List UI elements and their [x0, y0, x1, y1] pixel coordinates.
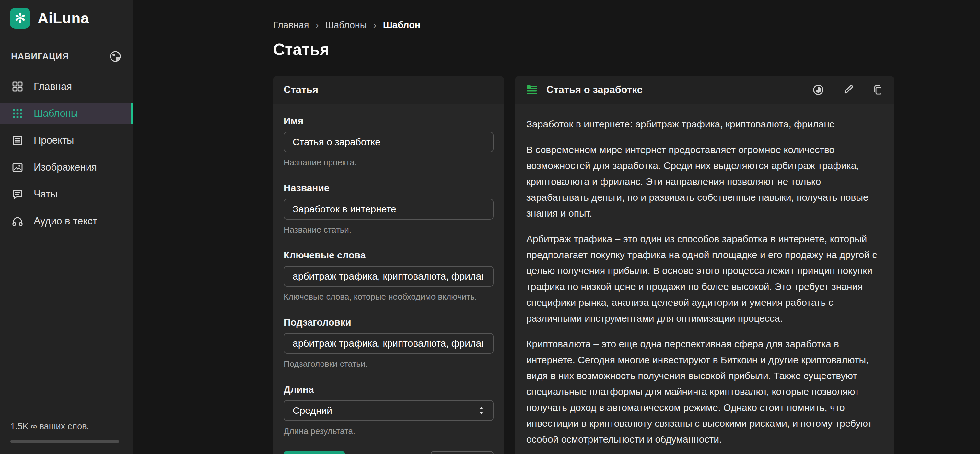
sidebar-item-label: Чаты — [34, 188, 58, 200]
form-card-title: Статья — [283, 84, 318, 96]
form-card-header: Статья — [273, 76, 504, 104]
keywords-input[interactable] — [283, 266, 493, 287]
title-input[interactable] — [283, 199, 493, 220]
projects-icon — [11, 134, 24, 147]
article-form-card: Статья Имя Название проекта. Название На… — [273, 76, 504, 454]
subheadings-input[interactable] — [283, 333, 493, 354]
title-field-label: Название — [283, 183, 493, 194]
words-progress-bar — [10, 440, 119, 443]
filters-button[interactable]: Фильтры — [431, 451, 493, 454]
edit-icon[interactable] — [842, 84, 854, 96]
length-field-helper: Длина результата. — [283, 426, 493, 436]
field-name: Имя Название проекта. — [283, 115, 493, 168]
length-field-label: Длина — [283, 384, 493, 395]
keywords-field-helper: Ключевые слова, которые необходимо включ… — [283, 292, 493, 302]
article-text: Заработок в интернете: арбитраж трафика,… — [515, 104, 894, 454]
name-input[interactable] — [283, 132, 493, 153]
field-subheadings: Подзаголовки Подзаголовки статьи. — [283, 317, 493, 369]
sidebar-item-images[interactable]: Изображения — [0, 157, 133, 178]
sidebar-item-templates[interactable]: Шаблоны — [0, 103, 133, 124]
name-field-helper: Название проекта. — [283, 158, 493, 168]
field-title: Название Название статьи. — [283, 183, 493, 235]
breadcrumb-templates[interactable]: Шаблоны — [325, 20, 366, 30]
sidebar-item-home[interactable]: Главная — [0, 76, 133, 97]
sidebar-item-audio-to-text[interactable]: Аудио в текст — [0, 210, 133, 232]
app-name: AiLuna — [38, 10, 89, 27]
create-button[interactable]: Создать — [283, 451, 345, 454]
name-field-label: Имя — [283, 115, 493, 126]
dots-grid-icon — [11, 107, 24, 120]
images-icon — [11, 161, 24, 174]
title-field-helper: Название статьи. — [283, 225, 493, 235]
article-paragraph: В современном мире интернет предоставляе… — [526, 142, 881, 221]
theme-toggle-icon[interactable] — [109, 50, 122, 63]
sidebar-nav: Главная Шаблоны Проекты — [0, 76, 133, 237]
words-counter: 1.5K ∞ ваших слов. — [0, 422, 133, 454]
breadcrumb: Главная › Шаблоны › Шаблон — [273, 19, 980, 30]
grid-icon — [11, 80, 24, 93]
sidebar-item-label: Проекты — [34, 135, 74, 146]
article-paragraph: Арбитраж трафика – это один из способов … — [526, 231, 881, 326]
field-length: Длина Средний Длина результата. — [283, 384, 493, 436]
length-select-value: Средний — [293, 405, 332, 416]
article-icon — [526, 84, 538, 96]
sidebar-item-chats[interactable]: Чаты — [0, 183, 133, 205]
sidebar-item-label: Изображения — [34, 161, 97, 173]
keywords-field-label: Ключевые слова — [283, 250, 493, 261]
result-title: Статья о заработке — [546, 84, 643, 96]
sidebar: ✻ AiLuna НАВИГАЦИЯ Главная — [0, 0, 133, 454]
breadcrumb-separator: › — [373, 19, 377, 30]
app-logo[interactable]: ✻ AiLuna — [0, 0, 133, 29]
article-result-card: Статья о заработке — [515, 76, 894, 454]
field-keywords: Ключевые слова Ключевые слова, которые н… — [283, 250, 493, 302]
sidebar-item-projects[interactable]: Проекты — [0, 130, 133, 151]
length-select[interactable]: Средний — [283, 400, 493, 421]
subheadings-field-label: Подзаголовки — [283, 317, 493, 328]
select-arrows-icon — [478, 406, 485, 416]
article-paragraph: Заработок в интернете: арбитраж трафика,… — [526, 116, 881, 132]
result-card-header: Статья о заработке — [515, 76, 894, 104]
sidebar-item-label: Шаблоны — [34, 108, 78, 119]
history-icon[interactable] — [812, 84, 824, 96]
breadcrumb-current: Шаблон — [383, 20, 421, 30]
chats-icon — [11, 188, 24, 201]
article-paragraph: Криптовалюта – это еще одна перспективна… — [526, 336, 881, 447]
nav-section-label: НАВИГАЦИЯ — [11, 51, 69, 62]
sidebar-item-label: Аудио в текст — [34, 215, 97, 227]
breadcrumb-home[interactable]: Главная — [273, 20, 309, 30]
page-title: Статья — [273, 40, 980, 59]
sidebar-item-label: Главная — [34, 81, 72, 92]
headphones-icon — [11, 215, 24, 228]
openai-logo-icon: ✻ — [10, 8, 30, 29]
main-content: Главная › Шаблоны › Шаблон Статья Статья… — [133, 0, 980, 454]
copy-icon[interactable] — [872, 84, 884, 96]
breadcrumb-separator: › — [315, 19, 318, 30]
words-counter-label: 1.5K ∞ ваших слов. — [10, 422, 123, 432]
subheadings-field-helper: Подзаголовки статьи. — [283, 359, 493, 369]
